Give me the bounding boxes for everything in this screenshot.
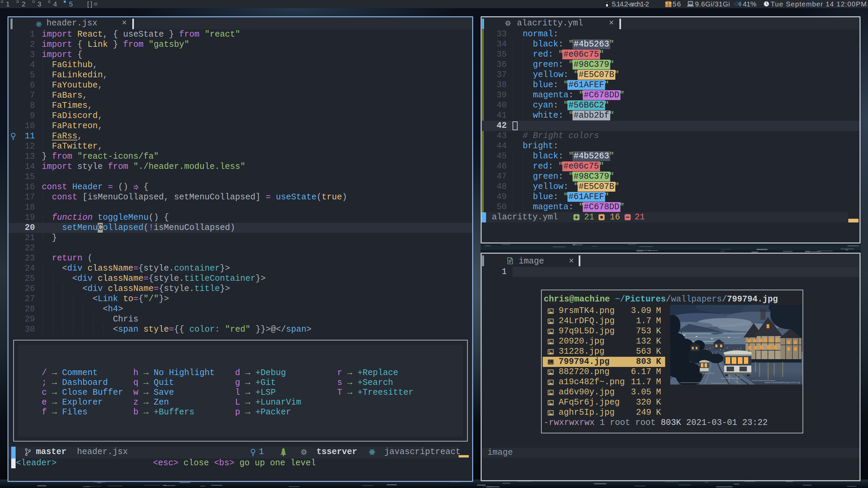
svg-text:www.DesktopBackground.org: www.DesktopBackground.org: [764, 381, 800, 384]
